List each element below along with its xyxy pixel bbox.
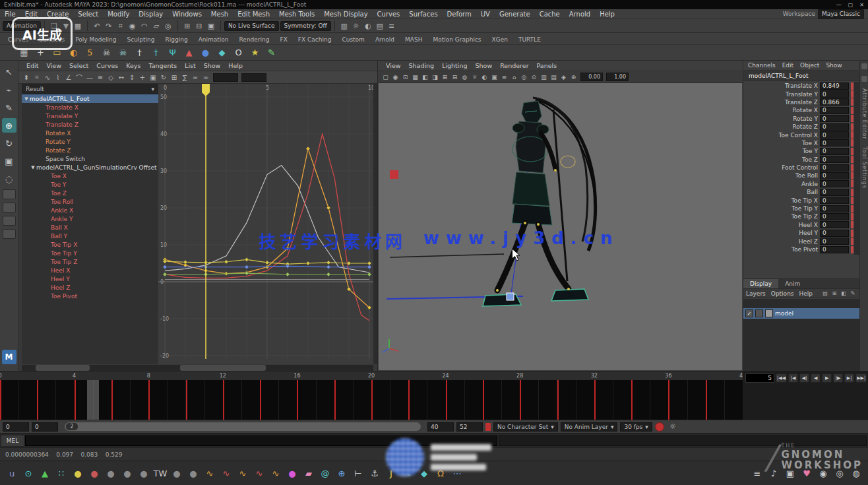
- menu-item[interactable]: Generate: [495, 11, 535, 18]
- menu-item[interactable]: Edit Mesh: [233, 11, 274, 18]
- shelf-tool-icon[interactable]: ☠: [116, 46, 130, 59]
- viewport-toolbar-icon[interactable]: ≡: [499, 72, 509, 82]
- layer-row[interactable]: ✓ model: [743, 308, 859, 319]
- graph-editor-menu-item[interactable]: View: [42, 62, 65, 69]
- attribute-value-field[interactable]: 0: [820, 131, 849, 139]
- layer-playback-checkbox[interactable]: [755, 309, 763, 317]
- graph-toolbar-icon[interactable]: +: [137, 72, 148, 82]
- attribute-value-field[interactable]: 0: [820, 148, 849, 155]
- bottom-shelf-icon[interactable]: @: [319, 467, 332, 480]
- menu-item[interactable]: UV: [476, 11, 495, 18]
- selected-object-name[interactable]: modelACTRL_L_Foot: [743, 71, 859, 81]
- attribute-value-field[interactable]: 0: [820, 115, 849, 122]
- selection-marker[interactable]: [390, 170, 398, 179]
- attribute-row[interactable]: Toe Z 0: [743, 156, 853, 164]
- shelf-tool-icon[interactable]: ◐: [67, 46, 80, 59]
- attribute-row[interactable]: Rotate Z 0: [743, 123, 853, 131]
- channel-row[interactable]: Rotate Y: [22, 137, 158, 146]
- bottom-shelf-icon[interactable]: TW: [154, 467, 167, 480]
- graph-area[interactable]: 50403020100-10-200510: [158, 84, 373, 364]
- menu-item[interactable]: Edit: [20, 11, 42, 18]
- range-slider-handle[interactable]: 2: [66, 423, 78, 430]
- graph-editor-menu-item[interactable]: Help: [224, 62, 247, 69]
- shelf-tab[interactable]: Sculpting: [121, 35, 160, 44]
- timeline-keyframe[interactable]: [483, 380, 484, 420]
- shelf-tab[interactable]: Curves: [3, 35, 34, 44]
- viewport-toolbar-icon[interactable]: ◍: [460, 72, 470, 82]
- graph-toolbar-icon[interactable]: ≡: [95, 72, 106, 82]
- shelf-tab[interactable]: Motion Graphics: [427, 35, 486, 44]
- symmetry-field[interactable]: Symmetry: Off: [280, 21, 331, 31]
- channel-row[interactable]: Translate Y: [22, 112, 158, 120]
- snap-icon[interactable]: ◎: [162, 20, 174, 32]
- menu-item[interactable]: Modify: [103, 11, 134, 18]
- channel-box-scrollbar[interactable]: [854, 82, 859, 255]
- timeline-keyframe[interactable]: [408, 380, 410, 420]
- viewport-menu-item[interactable]: Lighting: [438, 62, 471, 69]
- live-surface-field[interactable]: No Live Surface: [224, 21, 279, 31]
- channel-row[interactable]: Translate Z: [22, 120, 158, 129]
- bottom-shelf-icon[interactable]: ⊕: [335, 467, 348, 480]
- bottom-shelf-icon[interactable]: ⊙: [22, 467, 35, 480]
- timeline-keyframe[interactable]: [446, 380, 447, 420]
- timeline-keyframe[interactable]: [148, 380, 150, 420]
- channel-row[interactable]: Heel Y: [22, 275, 158, 283]
- snap-icon[interactable]: ⌗: [115, 20, 127, 32]
- timeline-keyframe[interactable]: [111, 380, 113, 420]
- shelf-tool-icon[interactable]: ◆: [215, 46, 229, 59]
- attribute-value-field[interactable]: 0: [820, 164, 849, 172]
- shelf-tab[interactable]: Animation: [193, 35, 234, 44]
- tab-tool-settings[interactable]: Tool Settings: [861, 146, 867, 189]
- animation-preferences-icon[interactable]: ☼: [667, 421, 679, 433]
- auto-key-button[interactable]: [655, 422, 664, 432]
- animation-end-field[interactable]: 52: [456, 422, 483, 432]
- layout-single-button[interactable]: [3, 189, 16, 199]
- viewport-toolbar-icon[interactable]: ◎: [519, 72, 529, 82]
- shelf-tool-icon[interactable]: ☠: [100, 46, 113, 59]
- layout-split-button[interactable]: [3, 229, 16, 239]
- file-icon[interactable]: ▦: [72, 20, 84, 32]
- menu-set-select[interactable]: Animation: [3, 21, 41, 31]
- attribute-value-field[interactable]: 0: [820, 221, 849, 228]
- shelf-tool-icon[interactable]: +: [34, 46, 47, 59]
- menu-item[interactable]: Mesh: [206, 11, 233, 18]
- bottom-shelf-icon[interactable]: ●: [121, 467, 134, 480]
- graph-toolbar-icon[interactable]: ↕: [127, 72, 137, 82]
- viewport-toolbar-icon[interactable]: ◨: [430, 72, 440, 82]
- shelf-tab[interactable]: Poly Modeling: [70, 35, 121, 44]
- graph-toolbar-icon[interactable]: ∑: [179, 72, 190, 82]
- attribute-value-field[interactable]: 0.866: [820, 98, 849, 106]
- bottom-shelf-icon[interactable]: ∿: [203, 467, 216, 480]
- bottom-shelf-icon[interactable]: Ω: [434, 467, 447, 480]
- attribute-value-field[interactable]: 0: [820, 123, 849, 131]
- channel-row[interactable]: ▼ modelACTRL_L_Foot: [22, 94, 158, 103]
- file-icon[interactable]: ▼: [60, 20, 72, 32]
- attribute-value-field[interactable]: 0: [820, 180, 849, 187]
- layer-action-icon[interactable]: ✎: [849, 290, 857, 298]
- channel-box-menu-item[interactable]: Edit: [779, 62, 797, 69]
- viewport-canvas[interactable]: [379, 83, 742, 370]
- viewport-menu-item[interactable]: Panels: [533, 62, 561, 69]
- timeline-keyframe[interactable]: [706, 380, 707, 420]
- shelf-tab[interactable]: TURTLE: [513, 35, 546, 44]
- character-set-select[interactable]: No Character Set ▾: [493, 422, 558, 432]
- timeline-keyframe[interactable]: [371, 380, 373, 420]
- graph-toolbar-icon[interactable]: ⌒: [74, 72, 84, 82]
- channel-row[interactable]: Toe Tip X: [22, 240, 158, 249]
- graph-v-scrollbar[interactable]: [373, 84, 377, 364]
- bottom-shelf-icon[interactable]: ⚓: [368, 467, 381, 480]
- menu-item[interactable]: Mesh Tools: [274, 11, 319, 18]
- channel-box-menu-item[interactable]: Show: [822, 62, 845, 69]
- attribute-row[interactable]: Toe Tip Z 0: [743, 212, 853, 220]
- timeline-keyframe[interactable]: [631, 380, 633, 420]
- attribute-row[interactable]: Translate Z 0.866: [743, 98, 853, 106]
- channel-row[interactable]: Ball X: [22, 223, 158, 232]
- attribute-row[interactable]: Translate Y 0: [743, 90, 853, 98]
- channel-row[interactable]: ▼ modelACTRL_L_GunSimulationCrv Offset: [22, 163, 158, 172]
- attribute-value-field[interactable]: 0: [820, 189, 849, 196]
- shelf-tab[interactable]: FX Caching: [293, 35, 337, 44]
- viewport-toolbar-icon[interactable]: ⊟: [450, 72, 460, 82]
- viewport-toolbar-icon[interactable]: ⌂: [509, 72, 519, 82]
- timeline-keyframe[interactable]: [75, 380, 76, 420]
- snap-icon[interactable]: ↶: [91, 20, 103, 32]
